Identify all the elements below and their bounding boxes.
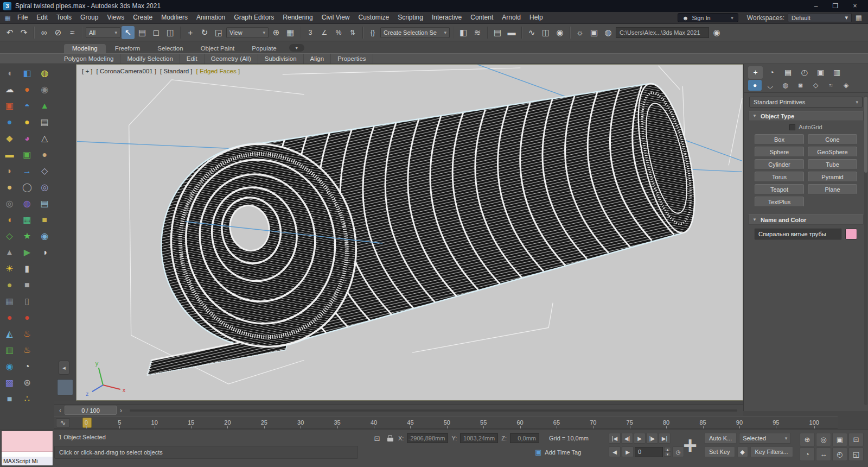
cameras-category-icon[interactable]: ◙ xyxy=(794,80,807,91)
set-keys-icon-button[interactable]: ◆ xyxy=(737,446,748,457)
dock-tool-icon[interactable]: ◎ xyxy=(36,179,53,195)
autogrid-checkbox[interactable] xyxy=(789,124,795,130)
menu-scripting[interactable]: Scripting xyxy=(393,12,427,23)
viewport-nav-menu[interactable]: [ + ] xyxy=(82,68,93,74)
y-coordinate-field[interactable]: 1083,24mm xyxy=(460,433,498,443)
mirror-button[interactable]: ◧ xyxy=(457,26,470,39)
maxscript-mini-listener[interactable]: MAXScript Mi xyxy=(1,431,53,466)
dock-tool-icon[interactable]: ● xyxy=(18,310,35,325)
name-color-rollout-header[interactable]: ▼ Name and Color xyxy=(748,214,864,225)
dock-tool-icon[interactable]: ◓ xyxy=(18,98,35,113)
snaps-toggle[interactable]: 3 xyxy=(304,26,317,39)
dock-tool-icon[interactable]: ◭ xyxy=(1,326,18,342)
dock-tool-icon[interactable]: △ xyxy=(36,130,53,146)
dock-tool-icon[interactable]: ◇ xyxy=(1,228,18,244)
geometry-category-icon[interactable]: ● xyxy=(748,80,762,91)
display-tab-icon[interactable]: ▣ xyxy=(813,66,828,79)
textplus-button[interactable]: TextPlus xyxy=(755,197,804,207)
ribbon-tab-modeling[interactable]: Modeling xyxy=(64,44,106,53)
mini-curve-editor-button[interactable]: ∿ xyxy=(56,418,70,427)
undo-icon[interactable]: ↶ xyxy=(3,26,16,39)
dock-tool-icon[interactable]: ◖ xyxy=(1,65,18,81)
viewport-shading-menu[interactable]: [ Edged Faces ] xyxy=(196,68,240,74)
use-pivot-center-button[interactable]: ⊕ xyxy=(270,26,283,39)
dock-tool-icon[interactable]: ◉ xyxy=(36,228,53,244)
pan-button[interactable]: ↔ xyxy=(816,447,831,461)
orbit-button[interactable]: ◴ xyxy=(832,447,847,461)
menu-content[interactable]: Content xyxy=(466,12,497,23)
utilities-tab-icon[interactable]: ▥ xyxy=(829,66,844,79)
isolate-selection-toggle[interactable]: ⊡ xyxy=(372,433,382,443)
ribbon-tab-populate[interactable]: Populate xyxy=(244,44,284,53)
material-editor-button[interactable]: ◉ xyxy=(553,26,566,39)
current-frame-field[interactable]: 0 xyxy=(635,447,663,457)
sign-in-button[interactable]: ☻ Sign In ▾ xyxy=(678,13,738,22)
viewport-renderer-menu[interactable]: [ Standard ] xyxy=(160,68,192,74)
x-coordinate-field[interactable]: -2906,898mm xyxy=(407,433,448,443)
cylinder-button[interactable]: Cylinder xyxy=(755,159,804,169)
primitive-category-dropdown[interactable]: Standard Primitives ▾ xyxy=(749,97,863,108)
viewport-camera[interactable]: [ + ] [ CoronaCamera001 ] [ Standard ] [… xyxy=(76,64,743,401)
dock-tool-icon[interactable]: ♨ xyxy=(18,342,35,358)
close-button[interactable]: × xyxy=(845,0,865,12)
previous-key-button[interactable]: ◀ xyxy=(609,446,621,457)
sphere-button[interactable]: Sphere xyxy=(755,147,804,157)
dock-tool-icon[interactable]: ◍ xyxy=(18,195,35,211)
material-slot-swatch[interactable] xyxy=(57,379,73,395)
ribbon-section-align[interactable]: Align xyxy=(304,54,331,64)
dock-tool-icon[interactable]: ◉ xyxy=(1,358,18,374)
app-menu-icon[interactable]: ▦ xyxy=(2,14,13,22)
window-crossing-toggle[interactable]: ◫ xyxy=(164,26,177,39)
hierarchy-tab-icon[interactable]: ▤ xyxy=(781,66,795,79)
listener-pane[interactable] xyxy=(2,452,53,457)
dock-tool-icon[interactable]: ◎ xyxy=(1,195,18,211)
dock-tool-icon[interactable]: ◗ xyxy=(1,163,18,179)
cone-button[interactable]: Cone xyxy=(808,134,857,144)
dock-tool-icon[interactable]: ▩ xyxy=(1,375,18,390)
dock-tool-icon[interactable]: ◔ xyxy=(18,358,35,374)
named-selection-sets-combo[interactable]: Create Selection Se ▾ xyxy=(380,27,450,38)
select-object-button[interactable]: ↖ xyxy=(122,26,135,39)
menu-animation[interactable]: Animation xyxy=(192,12,229,23)
track-bar[interactable]: ∿ 0 5 10 15 20 25 30 35 40 45 50 55 60 6… xyxy=(54,416,838,429)
object-color-swatch[interactable] xyxy=(845,229,857,239)
dock-tool-icon[interactable]: ● xyxy=(1,179,18,195)
dock-tool-icon[interactable]: ◍ xyxy=(36,65,53,81)
go-to-end-button[interactable]: ▶| xyxy=(659,433,671,444)
dock-tool-icon[interactable]: ▣ xyxy=(1,98,18,113)
key-filters-button[interactable]: Key Filters... xyxy=(750,446,793,457)
dock-tool-icon[interactable]: ● xyxy=(1,277,18,293)
zoom-all-button[interactable]: ◎ xyxy=(816,433,831,446)
dock-tool-icon[interactable]: ◑ xyxy=(36,244,53,260)
unlink-selection-icon[interactable]: ⊘ xyxy=(52,26,65,39)
redo-icon[interactable]: ↷ xyxy=(17,26,30,39)
schematic-view-button[interactable]: ◫ xyxy=(539,26,552,39)
motion-tab-icon[interactable]: ◴ xyxy=(797,66,812,79)
dock-tool-icon[interactable]: ☁ xyxy=(1,81,18,97)
dock-tool-icon[interactable]: ◉ xyxy=(36,81,53,97)
bind-to-space-warp-icon[interactable]: ≈ xyxy=(66,26,79,39)
go-to-start-button[interactable]: |◀ xyxy=(609,433,621,444)
time-slider-track[interactable] xyxy=(130,409,737,412)
z-coordinate-field[interactable]: 0,0mm xyxy=(510,433,539,443)
time-slider-handle[interactable]: 0 / 100 xyxy=(65,406,117,415)
curve-editor-button[interactable]: ∿ xyxy=(525,26,538,39)
layer-explorer-toggle[interactable]: ▬ xyxy=(505,26,518,39)
select-and-scale-button[interactable]: ◲ xyxy=(212,26,225,39)
object-type-rollout-header[interactable]: ▼ Object Type xyxy=(748,111,864,121)
dock-tool-icon[interactable]: ▦ xyxy=(18,212,35,228)
box-button[interactable]: Box xyxy=(755,134,804,144)
command-panel-scrollbar[interactable] xyxy=(864,96,867,405)
menu-rendering[interactable]: Rendering xyxy=(278,12,317,23)
render-flyout-button[interactable]: ◉ xyxy=(710,26,723,39)
spinner-up-icon[interactable]: ▴ xyxy=(664,447,671,452)
menu-graph-editors[interactable]: Graph Editors xyxy=(229,12,278,23)
menu-views[interactable]: Views xyxy=(103,12,129,23)
menu-civil-view[interactable]: Civil View xyxy=(317,12,354,23)
selection-filter-dropdown[interactable]: All ▾ xyxy=(86,27,120,38)
teapot-button[interactable]: Teapot xyxy=(755,184,804,194)
dock-tool-icon[interactable]: ◧ xyxy=(18,65,35,81)
dock-tool-icon[interactable]: ▮ xyxy=(18,261,35,276)
menu-file[interactable]: File xyxy=(13,12,32,23)
spinner-down-icon[interactable]: ▾ xyxy=(664,452,671,457)
